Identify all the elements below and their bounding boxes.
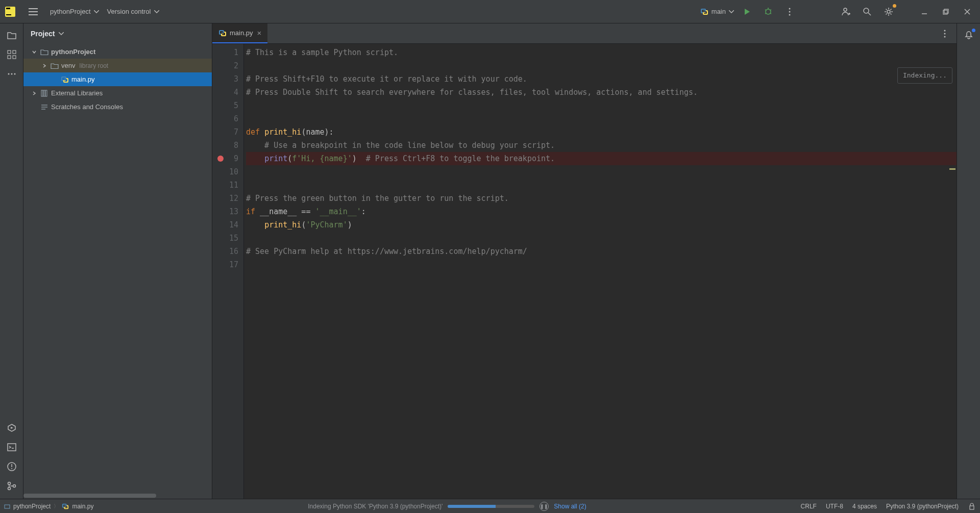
project-tool-button[interactable] bbox=[3, 27, 20, 44]
code-line[interactable]: if __name__ == '__main__': bbox=[246, 205, 957, 218]
code-line[interactable]: # Press Shift+F10 to execute it or repla… bbox=[246, 72, 957, 86]
indent-button[interactable]: 4 spaces bbox=[852, 503, 877, 510]
svg-point-11 bbox=[789, 11, 791, 12]
gutter-line[interactable]: 5 bbox=[212, 99, 243, 112]
gutter-line[interactable]: 12 bbox=[212, 192, 243, 205]
gutter-line[interactable]: 1 bbox=[212, 46, 243, 59]
svg-point-38 bbox=[8, 488, 10, 490]
more-actions-button[interactable] bbox=[781, 3, 798, 20]
svg-line-8 bbox=[765, 13, 766, 14]
version-control-dropdown[interactable]: Version control bbox=[107, 8, 159, 15]
code-line[interactable]: # See PyCharm help at https://www.jetbra… bbox=[246, 245, 957, 258]
gutter-line[interactable]: 17 bbox=[212, 258, 243, 271]
code-line[interactable] bbox=[246, 112, 957, 125]
tree-item-main.py[interactable]: main.py bbox=[23, 72, 212, 86]
tree-item-scratches-and-consoles[interactable]: Scratches and Consoles bbox=[23, 100, 212, 114]
pause-indexing-button[interactable]: ❚❚ bbox=[540, 502, 549, 511]
gutter-line[interactable]: 10 bbox=[212, 165, 243, 178]
svg-rect-21 bbox=[944, 9, 948, 13]
encoding-button[interactable]: UTF-8 bbox=[826, 503, 843, 510]
indexing-status-text: Indexing Python SDK 'Python 3.9 (pythonP… bbox=[308, 503, 443, 510]
code-line[interactable] bbox=[246, 59, 957, 72]
project-panel-header[interactable]: Project bbox=[23, 23, 212, 44]
services-tool-button[interactable] bbox=[3, 419, 20, 437]
more-tools-button[interactable] bbox=[3, 65, 20, 83]
editor-content[interactable]: 1234567891011121314151617 # This is a sa… bbox=[212, 44, 957, 499]
debug-button[interactable] bbox=[760, 3, 777, 20]
close-tab-button[interactable]: × bbox=[257, 29, 262, 37]
minimize-window-button[interactable] bbox=[916, 3, 933, 20]
gutter[interactable]: 1234567891011121314151617 bbox=[212, 44, 244, 499]
line-separator-button[interactable]: CRLF bbox=[801, 503, 817, 510]
svg-point-28 bbox=[8, 73, 9, 75]
show-all-link[interactable]: Show all (2) bbox=[554, 503, 586, 510]
svg-point-4 bbox=[766, 9, 771, 14]
breakpoint-icon[interactable] bbox=[217, 156, 224, 162]
gutter-line[interactable]: 8 bbox=[212, 139, 243, 152]
structure-tool-button[interactable] bbox=[3, 46, 20, 63]
gutter-line[interactable]: 2 bbox=[212, 59, 243, 72]
svg-rect-20 bbox=[943, 10, 947, 14]
chevron-down-icon bbox=[94, 10, 99, 13]
gutter-line[interactable]: 15 bbox=[212, 232, 243, 245]
gutter-line[interactable]: 4 bbox=[212, 86, 243, 99]
editor-more-button[interactable] bbox=[936, 25, 953, 42]
run-button[interactable] bbox=[738, 3, 755, 20]
svg-point-37 bbox=[8, 482, 10, 485]
search-everywhere-button[interactable] bbox=[859, 3, 876, 20]
svg-rect-42 bbox=[45, 90, 47, 96]
tree-item-venv[interactable]: venvlibrary root bbox=[23, 59, 212, 72]
gutter-line[interactable]: 16 bbox=[212, 245, 243, 258]
breadcrumb-file[interactable]: main.py bbox=[72, 503, 93, 510]
code-line[interactable] bbox=[246, 165, 957, 178]
tree-item-external-libraries[interactable]: External Libraries bbox=[23, 86, 212, 100]
notifications-button[interactable] bbox=[960, 27, 977, 44]
main-menu-button[interactable] bbox=[24, 3, 42, 20]
gutter-line[interactable]: 13 bbox=[212, 205, 243, 218]
run-config-dropdown[interactable]: main bbox=[700, 8, 734, 16]
project-name-label: pythonProject bbox=[50, 8, 91, 15]
code-line[interactable]: # Press Double Shift to search everywher… bbox=[246, 86, 957, 99]
tree-item-pythonproject[interactable]: pythonProject bbox=[23, 45, 212, 59]
git-tool-button[interactable] bbox=[3, 477, 20, 495]
svg-rect-27 bbox=[13, 56, 16, 59]
svg-rect-32 bbox=[8, 444, 16, 451]
code-line[interactable] bbox=[246, 99, 957, 112]
code-line[interactable] bbox=[246, 232, 957, 245]
project-panel-title: Project bbox=[31, 30, 55, 38]
code-line[interactable] bbox=[246, 258, 957, 271]
progress-fill bbox=[448, 505, 496, 508]
code-area[interactable]: # This is a sample Python script.# Press… bbox=[244, 44, 957, 499]
svg-point-13 bbox=[844, 8, 847, 11]
gutter-line[interactable]: 3 bbox=[212, 72, 243, 86]
editor-tab-main[interactable]: main.py × bbox=[212, 23, 267, 43]
interpreter-button[interactable]: Python 3.9 (pythonProject) bbox=[886, 503, 959, 510]
project-name-dropdown[interactable]: pythonProject bbox=[50, 8, 99, 15]
code-line[interactable]: # Press the green button in the gutter t… bbox=[246, 192, 957, 205]
code-line[interactable]: # This is a sample Python script. bbox=[246, 46, 957, 59]
code-line[interactable]: # Use a breakpoint in the code line belo… bbox=[246, 139, 957, 152]
svg-point-36 bbox=[11, 468, 12, 469]
lock-icon[interactable] bbox=[968, 502, 976, 510]
project-tree-scrollbar[interactable] bbox=[23, 494, 212, 499]
problems-tool-button[interactable] bbox=[3, 458, 20, 475]
gutter-line[interactable]: 7 bbox=[212, 125, 243, 139]
terminal-tool-button[interactable] bbox=[3, 439, 20, 456]
breadcrumb-project[interactable]: pythonProject bbox=[13, 503, 51, 510]
gutter-line[interactable]: 11 bbox=[212, 178, 243, 192]
code-line[interactable]: print(f'Hi, {name}') # Press Ctrl+F8 to … bbox=[246, 152, 957, 165]
code-with-me-button[interactable] bbox=[837, 3, 854, 20]
settings-button[interactable] bbox=[880, 3, 897, 20]
gutter-line[interactable]: 14 bbox=[212, 218, 243, 232]
close-window-button[interactable] bbox=[959, 3, 976, 20]
main-toolbar: pythonProject Version control main bbox=[0, 0, 980, 23]
scrollbar-thumb[interactable] bbox=[23, 494, 156, 498]
gutter-line[interactable]: 9 bbox=[212, 152, 243, 165]
code-line[interactable]: def print_hi(name): bbox=[246, 125, 957, 139]
gutter-line[interactable]: 6 bbox=[212, 112, 243, 125]
maximize-window-button[interactable] bbox=[937, 3, 954, 20]
code-line[interactable]: print_hi('PyCharm') bbox=[246, 218, 957, 232]
code-line[interactable] bbox=[246, 178, 957, 192]
overview-ruler-marker[interactable] bbox=[949, 168, 955, 170]
svg-point-47 bbox=[944, 33, 946, 34]
